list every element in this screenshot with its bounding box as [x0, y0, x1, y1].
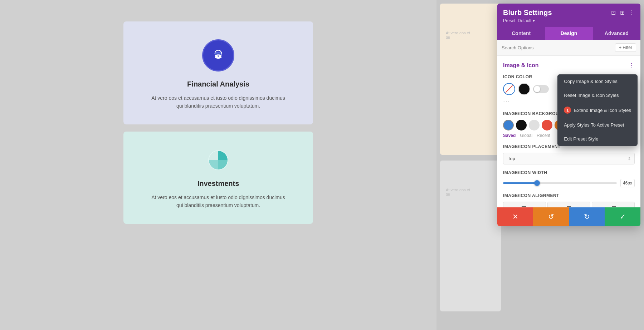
icon-color-black-swatch[interactable] — [518, 83, 530, 95]
panel-search: + Filter — [497, 40, 640, 56]
ctx-edit-label: Edit Preset Style — [564, 136, 598, 142]
panel-header-top: Blurb Settings ⊡ ⊞ ⋮ — [503, 9, 635, 17]
ctx-copy-label: Copy Image & Icon Styles — [564, 79, 618, 84]
blurb-desc-investments: At vero eos et accusamus et iusto odio d… — [145, 193, 292, 210]
ctx-reset-styles[interactable]: Reset Image & Icon Styles — [557, 88, 638, 102]
panel-header: Blurb Settings ⊡ ⊞ ⋮ Preset: Default ▾ — [497, 4, 640, 27]
undo-button[interactable]: ↺ — [533, 207, 569, 226]
tab-advanced[interactable]: Advanced — [593, 27, 640, 40]
slider-fill — [503, 182, 537, 184]
placement-select-wrap: Top — [503, 153, 635, 164]
slider-row: 46px — [503, 179, 635, 187]
placement-select[interactable]: Top — [503, 153, 635, 164]
panel-tabs: Content Design Advanced — [497, 27, 640, 40]
placement-group: Image/Icon Placement Top — [503, 144, 635, 164]
alignment-label: Image/Icon Alignment — [503, 193, 635, 198]
ctx-reset-label: Reset Image & Icon Styles — [564, 93, 619, 98]
blurb-desc-financial: At vero eos et accusamus et iusto odio d… — [145, 94, 292, 110]
ctx-extend-badge: 1 — [564, 107, 571, 114]
svg-rect-12 — [522, 206, 526, 207]
cancel-button[interactable]: ✕ — [497, 207, 533, 226]
bg-swatch-blue-active[interactable] — [503, 120, 514, 130]
pie-chart-icon — [208, 149, 229, 171]
canvas-area: $ Financial Analysis At vero eos et accu… — [0, 0, 436, 330]
ctx-apply-label: Apply Styles To Active Preset — [564, 122, 624, 128]
context-dropdown: Copy Image & Icon Styles Reset Image & I… — [557, 74, 638, 146]
right-panel-area: At vero eos et qu At vero eos et qu Blur… — [436, 0, 644, 330]
blurb-icon-circle-financial: $ — [202, 39, 234, 72]
svg-rect-15 — [567, 206, 571, 207]
slider-value[interactable]: 46px — [620, 179, 635, 187]
ctx-apply-preset[interactable]: Apply Styles To Active Preset — [557, 118, 638, 132]
grid-icon[interactable]: ⊞ — [620, 9, 625, 16]
icon-color-transparent-swatch[interactable] — [503, 83, 515, 95]
bg-card-cream-text: At vero eos et qu — [446, 9, 495, 39]
section-title: Image & Icon — [503, 62, 539, 69]
background-cards: At vero eos et qu At vero eos et qu — [440, 0, 501, 311]
more-icon[interactable]: ⋮ — [629, 9, 635, 16]
bg-card-gray-text: At vero eos et qu — [446, 166, 495, 196]
icon-color-toggle[interactable] — [533, 85, 549, 93]
ctx-edit-preset[interactable]: Edit Preset Style — [557, 132, 638, 146]
blurb-title-financial: Financial Analysis — [145, 80, 292, 88]
blurb-card-investments[interactable]: Investments At vero eos et accusamus et … — [123, 132, 313, 224]
slider-thumb[interactable] — [534, 180, 540, 186]
redo-button[interactable]: ↻ — [569, 207, 605, 226]
panel-preset[interactable]: Preset: Default ▾ — [503, 18, 635, 23]
blurb-icon-wrap-investments — [145, 149, 292, 171]
blurb-title-investments: Investments — [145, 179, 292, 188]
fullscreen-icon[interactable]: ⊡ — [611, 9, 616, 16]
panel-title: Blurb Settings — [503, 9, 552, 17]
section-header: Image & Icon ⋮ — [503, 61, 635, 69]
search-input[interactable] — [502, 45, 612, 50]
ctx-copy-styles[interactable]: Copy Image & Icon Styles — [557, 74, 638, 88]
bg-swatch-white[interactable] — [529, 120, 540, 130]
blurb-card-financial[interactable]: $ Financial Analysis At vero eos et accu… — [123, 21, 313, 124]
blurb-icon-wrap-financial: $ — [145, 39, 292, 72]
bg-swatch-red[interactable] — [542, 120, 552, 130]
coins-icon: $ — [210, 48, 226, 63]
slider-track[interactable] — [503, 182, 617, 184]
color-tab-saved[interactable]: Saved — [503, 133, 516, 138]
bg-card-gray: At vero eos et qu — [440, 161, 501, 312]
bottom-toolbar: ✕ ↺ ↻ ✓ — [497, 207, 640, 226]
color-tab-recent[interactable]: Recent — [537, 133, 550, 138]
panel-header-icons: ⊡ ⊞ ⋮ — [611, 9, 635, 16]
bg-swatch-black[interactable] — [516, 120, 527, 130]
width-group: Image/Icon Width 46px — [503, 170, 635, 187]
filter-button[interactable]: + Filter — [615, 43, 636, 52]
tab-design[interactable]: Design — [545, 27, 592, 40]
svg-rect-18 — [612, 206, 616, 207]
tab-content[interactable]: Content — [497, 27, 545, 40]
ctx-extend-label: Extend Image & Icon Styles — [574, 108, 631, 113]
section-menu-icon[interactable]: ⋮ — [628, 61, 635, 69]
ctx-extend-styles[interactable]: 1 Extend Image & Icon Styles — [557, 102, 638, 118]
width-label: Image/Icon Width — [503, 170, 635, 175]
confirm-button[interactable]: ✓ — [605, 207, 640, 226]
bg-card-cream: At vero eos et qu — [440, 4, 501, 155]
svg-text:$: $ — [218, 55, 219, 58]
color-tab-global[interactable]: Global — [520, 133, 532, 138]
